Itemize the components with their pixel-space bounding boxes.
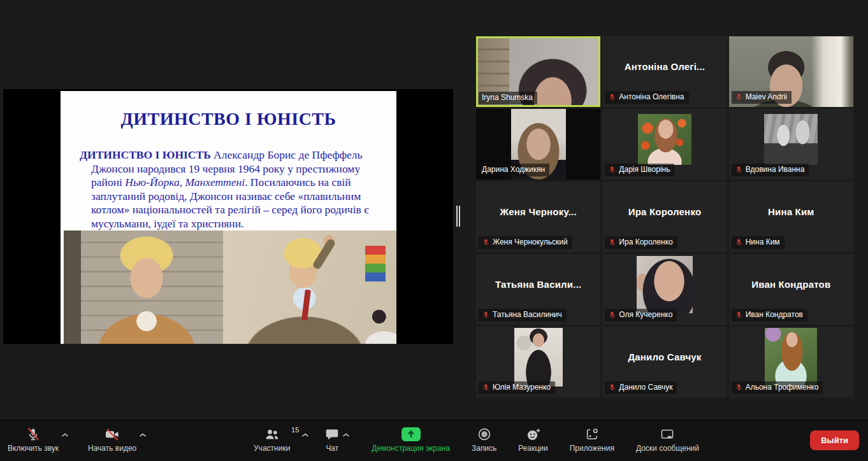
screen-share-area: ДИТИНСТВО І ЮНІСТЬ ДИТИНСТВО І ЮНІСТЬ Ал… bbox=[3, 89, 453, 344]
participants-menu-chevron[interactable] bbox=[301, 430, 309, 439]
apps-button[interactable]: Приложения bbox=[570, 420, 614, 453]
mic-menu-chevron[interactable] bbox=[61, 430, 69, 439]
reactions-button[interactable]: Реакции bbox=[518, 420, 547, 453]
participant-tile-zhenia-chernokulskyi[interactable]: Женя Черноку... Женя Чернокульский bbox=[476, 181, 600, 252]
unmute-button[interactable]: Включить звук bbox=[8, 420, 59, 453]
participant-display-name: Данило Савчук bbox=[628, 351, 701, 362]
muted-mic-icon bbox=[735, 238, 743, 246]
nametag-text: Антоніна Олегівна bbox=[619, 92, 684, 102]
participant-avatar bbox=[764, 114, 818, 165]
muted-mic-icon bbox=[482, 238, 490, 246]
participant-display-name: Иван Кондратов bbox=[751, 279, 830, 290]
presentation-slide: ДИТИНСТВО І ЮНІСТЬ ДИТИНСТВО І ЮНІСТЬ Ал… bbox=[61, 91, 396, 344]
participant-tile-tatiana-vasylynych[interactable]: Татьяна Васили... Татьяна Василинич bbox=[476, 254, 600, 325]
muted-mic-icon bbox=[608, 238, 616, 246]
participant-tile-vdovyna-ivanna[interactable]: Вдовина Иванна bbox=[729, 109, 853, 180]
record-icon bbox=[477, 427, 492, 442]
nametag-text: Данило Савчук bbox=[619, 383, 672, 392]
participant-tile-danylo-savchuk[interactable]: Данило Савчук Данило Савчук bbox=[602, 327, 727, 397]
nametag-text: Нина Ким bbox=[746, 238, 780, 247]
nametag-text: Iryna Shumska bbox=[482, 93, 533, 103]
whiteboards-label: Доски сообщений bbox=[636, 444, 699, 453]
participant-nametag: Дарина Ходжикян bbox=[479, 164, 549, 176]
nametag-text: Дарія Шворінь bbox=[619, 165, 670, 174]
slide-photos bbox=[64, 230, 396, 344]
slide-title: ДИТИНСТВО І ЮНІСТЬ bbox=[61, 109, 396, 129]
nametag-text: Maiev Andrii bbox=[746, 92, 787, 102]
panel-resize-handle[interactable] bbox=[456, 206, 460, 227]
start-video-label: Начать видео bbox=[88, 444, 136, 453]
participant-tile-iryna-shumska[interactable]: Iryna Shumska bbox=[476, 36, 600, 107]
leave-meeting-button[interactable]: Выйти bbox=[810, 430, 859, 450]
participants-label: Участники bbox=[254, 444, 290, 453]
reactions-label: Реакции bbox=[518, 444, 547, 453]
participant-tile-ira-korolenko[interactable]: Ира Короленко Ира Короленко bbox=[602, 181, 727, 252]
share-screen-icon bbox=[401, 427, 421, 442]
participant-display-name: Женя Черноку... bbox=[500, 206, 577, 217]
participant-tile-maiev-andrii[interactable]: Maiev Andrii bbox=[729, 36, 853, 107]
participant-tile-yuliia-mazurenko[interactable]: Юлія Мазуренко bbox=[476, 327, 600, 397]
muted-mic-icon bbox=[735, 166, 743, 174]
muted-mic-icon bbox=[608, 166, 616, 174]
nametag-text: Татьяна Василинич bbox=[493, 310, 562, 320]
participants-button[interactable]: 15 Участники bbox=[254, 420, 290, 453]
record-label: Запись bbox=[472, 444, 496, 453]
nametag-text: Оля Кучеренко bbox=[619, 310, 672, 320]
participant-tile-dariia-shvorin[interactable]: Дарія Шворінь bbox=[602, 109, 727, 180]
participant-tile-daryna-khodzhykian[interactable]: Дарина Ходжикян bbox=[476, 109, 600, 180]
muted-mic-icon bbox=[735, 383, 743, 392]
slide-body-lead: ДИТИНСТВО І ЮНІСТЬ bbox=[80, 148, 211, 161]
start-video-button[interactable]: Начать видео bbox=[88, 420, 136, 453]
reactions-icon bbox=[525, 427, 542, 442]
participant-nametag: Нина Ким bbox=[732, 236, 785, 249]
participant-nametag: Татьяна Василинич bbox=[479, 309, 567, 322]
meeting-toolbar: Включить звук Начать видео 15 Участники … bbox=[0, 420, 868, 461]
participant-display-name: Татьяна Васили... bbox=[495, 279, 581, 290]
chat-button[interactable]: Чат bbox=[324, 420, 340, 453]
participant-tile-nina-kim[interactable]: Нина Ким Нина Ким bbox=[729, 181, 853, 252]
participant-nametag: Антоніна Олегівна bbox=[605, 91, 688, 104]
muted-mic-icon bbox=[482, 383, 490, 392]
slide-body-italic: Нью-Йорка, Манхеттені bbox=[125, 176, 245, 188]
participant-nametag: Дарія Шворінь bbox=[605, 164, 674, 176]
muted-mic-icon bbox=[735, 93, 743, 101]
nametag-text: Женя Чернокульский bbox=[493, 238, 568, 247]
participants-count-badge: 15 bbox=[291, 426, 299, 434]
muted-mic-icon bbox=[735, 311, 743, 319]
participant-display-name: Нина Ким bbox=[768, 206, 814, 217]
participant-tile-olia-kucherenko[interactable]: Оля Кучеренко bbox=[602, 254, 727, 325]
boris-johnson-young-photo-right bbox=[223, 230, 396, 344]
chat-menu-chevron[interactable] bbox=[342, 430, 350, 439]
toolbar-left-group: Включить звук Начать видео bbox=[8, 420, 147, 453]
muted-mic-icon bbox=[608, 311, 616, 319]
apps-label: Приложения bbox=[570, 444, 614, 453]
share-screen-button[interactable]: Демонстрация экрана bbox=[372, 420, 450, 453]
nametag-text: Ира Короленко bbox=[619, 238, 672, 247]
participant-nametag: Альона Трофименко bbox=[732, 381, 823, 394]
participant-nametag: Данило Савчук bbox=[605, 381, 677, 394]
nametag-text: Альона Трофименко bbox=[746, 383, 819, 392]
participant-avatar bbox=[638, 114, 691, 165]
muted-mic-icon bbox=[482, 311, 490, 319]
participant-tile-alona-trofymenko[interactable]: Альона Трофименко bbox=[729, 327, 853, 397]
participant-nametag: Оля Кучеренко bbox=[605, 309, 677, 322]
participant-nametag: Maiev Andrii bbox=[732, 91, 792, 104]
whiteboards-button[interactable]: Доски сообщений bbox=[636, 420, 699, 453]
boris-johnson-young-photo-left bbox=[64, 230, 223, 344]
participant-tile-antonina-olehivna[interactable]: Антоніна Олегі... Антоніна Олегівна bbox=[602, 36, 727, 107]
participant-nametag: Ира Короленко bbox=[605, 236, 677, 249]
slide-body: ДИТИНСТВО І ЮНІСТЬ Александр Борис де Пф… bbox=[80, 148, 386, 230]
nametag-text: Иван Кондратов bbox=[746, 310, 803, 320]
participant-display-name: Антоніна Олегі... bbox=[625, 61, 705, 72]
participant-nametag: Юлія Мазуренко bbox=[479, 381, 555, 394]
participant-display-name: Ира Короленко bbox=[628, 206, 702, 217]
apps-icon bbox=[584, 427, 600, 442]
video-menu-chevron[interactable] bbox=[139, 430, 147, 439]
participant-nametag: Женя Чернокульский bbox=[479, 236, 572, 249]
chat-label: Чат bbox=[326, 444, 338, 453]
muted-mic-icon bbox=[608, 93, 616, 101]
participant-tile-ivan-kondratov[interactable]: Иван Кондратов Иван Кондратов bbox=[729, 254, 853, 325]
participant-avatar bbox=[765, 328, 817, 387]
record-button[interactable]: Запись bbox=[472, 420, 496, 453]
participant-avatar bbox=[637, 256, 693, 313]
